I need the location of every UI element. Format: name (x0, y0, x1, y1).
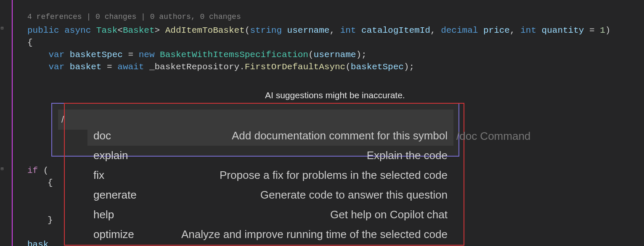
code-token: ); (356, 49, 366, 61)
collapse-icon[interactable]: ⊟ (1, 25, 4, 31)
code-line[interactable]: public async Task<Basket> AddItemToBaske… (0, 24, 644, 37)
code-token: 1 (600, 24, 605, 37)
code-token: ( (345, 61, 351, 73)
command-name: optimize (93, 228, 134, 241)
command-description: Add documentation comment for this symbo… (119, 129, 448, 142)
code-token: public (27, 24, 59, 37)
code-token (478, 24, 483, 37)
code-token: , (510, 24, 520, 37)
code-token: var (48, 49, 64, 61)
code-token: , (430, 24, 441, 37)
code-line[interactable]: } (48, 214, 53, 226)
code-lens[interactable]: 4 references | 0 changes | 0 authors, 0 … (27, 13, 644, 21)
code-token (27, 61, 48, 73)
code-line[interactable]: { (0, 37, 644, 49)
collapse-icon[interactable]: ⊟ (1, 166, 4, 171)
code-token (64, 49, 70, 61)
code-token: int (340, 24, 356, 37)
slash-command-generate[interactable]: generateGenerate code to answer this que… (87, 185, 453, 205)
code-token: = (123, 49, 139, 61)
slash-command-menu[interactable]: docAdd documentation comment for this sy… (87, 126, 453, 244)
keyword-if: if (27, 166, 38, 175)
code-line[interactable]: var basketSpec = new BasketWithItemsSpec… (0, 49, 644, 61)
slash-command-fix[interactable]: fixPropose a fix for problems in the sel… (87, 165, 453, 185)
code-token: catalogItemId (361, 24, 430, 37)
code-token: BasketWithItemsSpecification (160, 49, 308, 61)
code-token: var (48, 61, 64, 73)
code-token: username (287, 24, 330, 37)
command-description: Generate code to answer this question (145, 188, 448, 202)
code-token: int (520, 24, 536, 37)
code-token (91, 24, 96, 37)
code-token (59, 24, 65, 37)
code-token: basketSpec (351, 61, 404, 73)
code-token: FirstOrDefaultAsync (245, 61, 345, 73)
code-token: > (155, 24, 165, 37)
code-token: quantity (542, 24, 584, 37)
slash-command-optimize[interactable]: optimizeAnalyze and improve running time… (87, 225, 453, 244)
code-token: username (314, 49, 356, 61)
code-token: Basket (123, 24, 155, 37)
command-description: Analyze and improve running time of the … (143, 228, 448, 241)
command-name: fix (93, 169, 104, 182)
ai-disclaimer: AI suggestions might be inaccurate. (265, 90, 405, 100)
code-line[interactable]: bask (27, 238, 48, 246)
code-token: Task (96, 24, 117, 37)
code-token: new (139, 49, 155, 61)
code-token (155, 49, 160, 61)
code-line[interactable]: if ( (27, 165, 48, 177)
code-token: ); (404, 61, 414, 73)
slash-command-doc[interactable]: docAdd documentation comment for this sy… (87, 126, 453, 146)
command-description: Propose a fix for problems in the select… (113, 169, 448, 182)
code-token: = (584, 24, 600, 37)
code-token (356, 24, 361, 37)
paren: ( (38, 166, 48, 175)
slash-command-help[interactable]: helpGet help on Copilot chat (87, 205, 453, 225)
command-description: Explain the code (136, 149, 448, 162)
brace: { (27, 37, 33, 49)
code-token: = (101, 61, 117, 73)
code-token: ( (245, 24, 250, 37)
code-line[interactable]: var basket = await _basketRepository.Fir… (0, 61, 644, 73)
code-token (536, 24, 542, 37)
code-token: AddItemToBasket (165, 24, 245, 37)
code-token: basket (70, 61, 102, 73)
code-token (64, 61, 70, 73)
code-token: decimal (441, 24, 478, 37)
slash-command-explain[interactable]: explainExplain the code (87, 146, 453, 165)
code-token: < (117, 24, 123, 37)
code-line[interactable]: { (48, 177, 53, 189)
code-token: await (117, 61, 144, 73)
command-description: Get help on Copilot chat (122, 208, 448, 221)
code-token: ( (308, 49, 314, 61)
code-token: ) (605, 24, 611, 37)
code-token: basketSpec (70, 49, 123, 61)
command-name: help (93, 208, 114, 221)
code-token: async (64, 24, 91, 37)
command-tooltip: /doc Command (456, 130, 530, 143)
gutter-margin: ⊟ ⊟ (0, 0, 13, 246)
code-token (27, 49, 48, 61)
code-token: . (239, 61, 245, 73)
command-name: explain (93, 149, 128, 162)
command-name: doc (93, 129, 111, 142)
code-token: , (329, 24, 340, 37)
code-token (144, 61, 149, 73)
code-editor[interactable]: ⊟ ⊟ 4 references | 0 changes | 0 authors… (0, 0, 644, 246)
code-token: _basketRepository (149, 61, 239, 73)
command-name: generate (93, 188, 137, 202)
code-token: string (250, 24, 282, 37)
code-token: price (483, 24, 510, 37)
code-token (282, 24, 287, 37)
